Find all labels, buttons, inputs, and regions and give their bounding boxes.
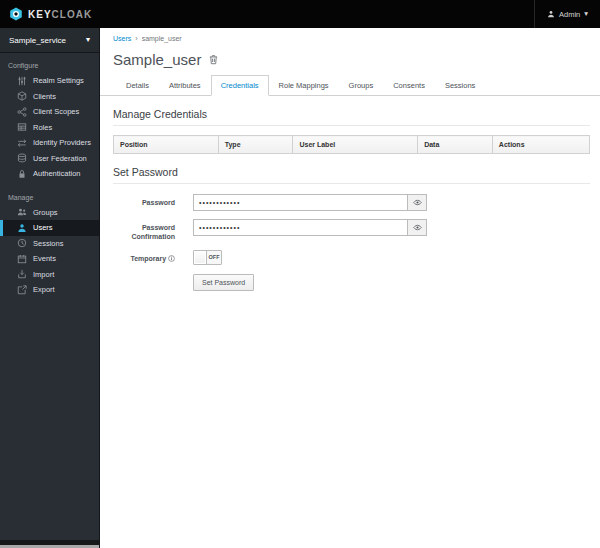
delete-user-button[interactable] (208, 54, 219, 65)
set-password-heading: Set Password (113, 166, 587, 178)
tab-attributes[interactable]: Attributes (159, 75, 211, 96)
set-password-button[interactable]: Set Password (193, 274, 254, 291)
lock-icon (17, 169, 27, 179)
breadcrumb-users-link[interactable]: Users (113, 35, 131, 42)
spacer (113, 273, 175, 291)
column-header-user-label: User Label (293, 136, 418, 154)
export-icon (17, 285, 27, 295)
realm-name: Sample_service (9, 36, 66, 45)
temporary-toggle[interactable]: OFF (193, 250, 222, 265)
keycloak-logo: KEYCLOAK (0, 7, 92, 21)
trash-icon (208, 54, 219, 65)
eye-icon (413, 198, 422, 207)
sidebar-item-events[interactable]: Events (0, 251, 99, 267)
admin-user-menu[interactable]: Admin ▾ (534, 0, 600, 28)
page-title-row: Sample_user (113, 51, 600, 68)
section-label: Manage (8, 194, 99, 201)
password-label: Password (113, 194, 175, 211)
import-icon (17, 269, 27, 279)
column-header-data: Data (418, 136, 493, 154)
column-header-position: Position (114, 136, 219, 154)
page-title: Sample_user (113, 51, 201, 68)
password-input[interactable] (193, 194, 407, 211)
column-header-actions: Actions (492, 136, 589, 154)
show-password-button[interactable] (407, 194, 427, 211)
tab-details[interactable]: Details (116, 75, 159, 96)
tab-role-mappings[interactable]: Role Mappings (269, 75, 339, 96)
password-row: Password (113, 194, 600, 211)
divider (113, 183, 590, 184)
arrows-swap-icon (17, 138, 27, 148)
divider (113, 125, 590, 126)
table-icon (17, 122, 27, 132)
sidebar-item-user-federation[interactable]: User Federation (0, 151, 99, 167)
show-password-confirmation-button[interactable] (407, 219, 427, 236)
credentials-table-header-row: Position Type User Label Data Actions (114, 136, 590, 154)
sidebar: Sample_service ▾ Configure Realm Setting… (0, 28, 100, 548)
keycloak-hexagon-icon (9, 7, 23, 21)
tab-consents[interactable]: Consents (383, 75, 435, 96)
sidebar-item-export[interactable]: Export (0, 282, 99, 298)
sidebar-nav: Configure Realm Settings Clients Client … (0, 53, 99, 298)
temporary-label: Temporary (113, 250, 175, 265)
sidebar-item-realm-settings[interactable]: Realm Settings (0, 73, 99, 89)
info-icon (168, 255, 175, 262)
top-bar: KEYCLOAK Admin ▾ (0, 0, 600, 28)
nav-section-manage: Manage Groups Users Sessions Events Impo… (0, 194, 99, 298)
sidebar-item-roles[interactable]: Roles (0, 120, 99, 136)
clock-icon (17, 238, 27, 248)
nav-section-configure: Configure Realm Settings Clients Client … (0, 62, 99, 182)
sidebar-item-sessions[interactable]: Sessions (0, 236, 99, 252)
tab-credentials[interactable]: Credentials (211, 75, 269, 96)
chevron-down-icon: ▾ (584, 10, 588, 18)
sidebar-item-authentication[interactable]: Authentication (0, 166, 99, 182)
set-password-form: Password Password Confirmation Temporary (113, 194, 600, 291)
admin-label: Admin (559, 10, 580, 19)
sliders-icon (17, 76, 27, 86)
temporary-row: Temporary OFF (113, 250, 600, 265)
breadcrumb: Users › sample_user (100, 28, 600, 42)
group-icon (17, 207, 27, 217)
password-confirmation-input-group (193, 219, 427, 236)
tab-groups[interactable]: Groups (339, 75, 384, 96)
sidebar-item-groups[interactable]: Groups (0, 205, 99, 221)
realm-selector[interactable]: Sample_service ▾ (0, 28, 99, 53)
password-confirmation-label: Password Confirmation (113, 219, 175, 242)
password-confirmation-row: Password Confirmation (113, 219, 600, 242)
password-input-group (193, 194, 427, 211)
sidebar-item-import[interactable]: Import (0, 267, 99, 283)
breadcrumb-separator: › (135, 35, 137, 42)
manage-credentials-heading: Manage Credentials (113, 108, 587, 120)
tab-sessions[interactable]: Sessions (435, 75, 485, 96)
tab-bar: Details Attributes Credentials Role Mapp… (100, 75, 600, 96)
section-label: Configure (8, 62, 99, 69)
breadcrumb-current: sample_user (142, 35, 182, 42)
brand-text: KEYCLOAK (28, 9, 92, 20)
toggle-handle (194, 251, 207, 264)
eye-icon (413, 223, 422, 232)
column-header-type: Type (218, 136, 293, 154)
database-icon (17, 153, 27, 163)
user-icon (17, 223, 27, 233)
person-icon (547, 10, 555, 18)
cube-icon (17, 91, 27, 101)
sidebar-item-identity-providers[interactable]: Identity Providers (0, 135, 99, 151)
share-nodes-icon (17, 107, 27, 117)
submit-row: Set Password (113, 273, 600, 291)
calendar-icon (17, 254, 27, 264)
main-content: Users › sample_user Sample_user Details … (100, 28, 600, 548)
password-confirmation-input[interactable] (193, 219, 407, 236)
toggle-state-label: OFF (207, 251, 221, 264)
sidebar-item-users[interactable]: Users (0, 220, 99, 236)
chevron-down-icon: ▾ (86, 36, 90, 44)
sidebar-item-clients[interactable]: Clients (0, 89, 99, 105)
sidebar-item-client-scopes[interactable]: Client Scopes (0, 104, 99, 120)
credentials-table: Position Type User Label Data Actions (113, 135, 590, 154)
